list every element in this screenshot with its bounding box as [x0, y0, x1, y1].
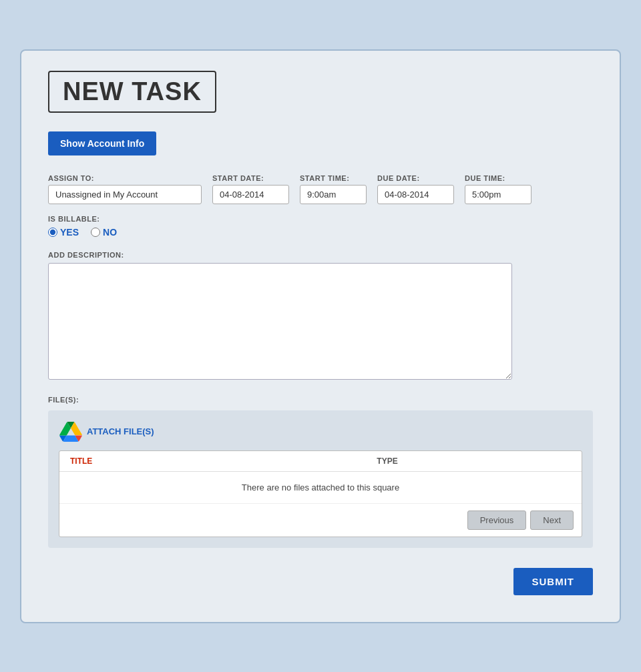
files-table: TITLE TYPE There are no files attached t… [59, 450, 582, 537]
radio-group: YES NO [48, 227, 593, 238]
start-time-group: START TIME: [300, 174, 367, 204]
description-textarea[interactable] [48, 263, 512, 380]
start-time-input[interactable] [300, 185, 367, 204]
files-label: FILE(S): [48, 396, 593, 404]
start-date-input[interactable] [212, 185, 289, 204]
due-time-input[interactable] [465, 185, 531, 204]
assign-to-group: ASSIGN TO: [48, 174, 202, 204]
assign-to-label: ASSIGN TO: [48, 174, 202, 182]
assign-to-input[interactable] [48, 185, 202, 204]
files-container: ATTACH FILE(S) TITLE TYPE There are no f… [48, 410, 593, 548]
due-date-label: DUE DATE: [377, 174, 454, 182]
fields-row: ASSIGN TO: START DATE: START TIME: DUE D… [48, 174, 593, 204]
due-time-label: DUE TIME: [465, 174, 531, 182]
files-col-type: TYPE [204, 456, 571, 466]
title-box: NEW TASK [48, 71, 216, 113]
submit-row: SUBMIT [48, 568, 593, 595]
show-account-info-button[interactable]: Show Account Info [48, 131, 156, 155]
google-drive-icon [59, 421, 83, 442]
start-date-label: START DATE: [212, 174, 289, 182]
description-label: ADD DESCRIPTION: [48, 251, 593, 259]
due-date-group: DUE DATE: [377, 174, 454, 204]
start-date-group: START DATE: [212, 174, 289, 204]
files-col-title: TITLE [70, 456, 204, 466]
attach-row: ATTACH FILE(S) [59, 421, 582, 442]
submit-button[interactable]: SUBMIT [513, 568, 594, 595]
billable-no-label: NO [103, 227, 117, 238]
files-empty-message: There are no files attached to this squa… [59, 472, 582, 503]
billable-no-radio[interactable] [91, 228, 100, 237]
billable-label: IS BILLABLE: [48, 215, 593, 223]
files-pagination: Previous Next [59, 503, 582, 537]
billable-yes-radio[interactable] [48, 228, 57, 237]
start-time-label: START TIME: [300, 174, 367, 182]
attach-files-link[interactable]: ATTACH FILE(S) [87, 426, 154, 436]
page-title: NEW TASK [63, 77, 202, 106]
billable-no-option[interactable]: NO [91, 227, 117, 238]
new-task-modal: NEW TASK Show Account Info ASSIGN TO: ST… [20, 49, 621, 623]
files-section: FILE(S): ATTACH FILE(S) TITLE [48, 396, 593, 548]
due-date-input[interactable] [377, 185, 454, 204]
previous-button[interactable]: Previous [467, 511, 527, 530]
next-button[interactable]: Next [530, 511, 574, 530]
billable-yes-option[interactable]: YES [48, 227, 79, 238]
files-table-header: TITLE TYPE [59, 451, 582, 472]
billable-yes-label: YES [60, 227, 79, 238]
description-section: ADD DESCRIPTION: [48, 251, 593, 380]
due-time-group: DUE TIME: [465, 174, 531, 204]
billable-section: IS BILLABLE: YES NO [48, 215, 593, 238]
